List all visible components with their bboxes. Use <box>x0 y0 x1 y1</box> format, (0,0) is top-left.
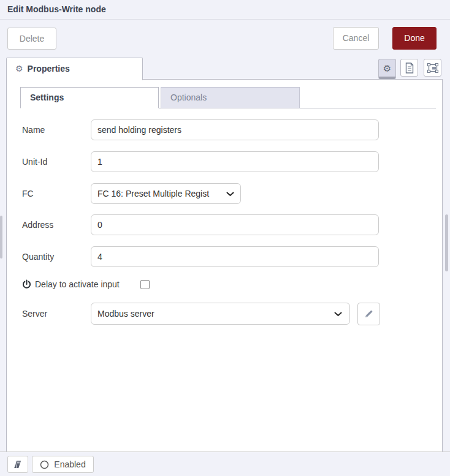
optionals-tab-label: Optionals <box>170 93 207 102</box>
tab-settings[interactable]: Settings <box>20 87 159 108</box>
dialog-footer: Enabled <box>0 451 450 476</box>
fc-label: FC <box>22 189 34 198</box>
address-input[interactable] <box>91 214 379 235</box>
dialog-toolbar: Delete Cancel Done <box>0 20 450 55</box>
quantity-label: Quantity <box>22 252 54 262</box>
book-icon <box>13 459 23 469</box>
cancel-button[interactable]: Cancel <box>333 27 379 50</box>
delete-button[interactable]: Delete <box>7 28 56 50</box>
server-label: Server <box>22 309 47 319</box>
left-scrollbar-thumb[interactable] <box>0 216 2 259</box>
delay-row: Delay to activate input <box>22 278 120 290</box>
fc-select[interactable]: FC 16: Preset Multiple Regist <box>91 183 241 204</box>
appearance-frame-icon <box>427 62 438 74</box>
properties-tab-label: Properties <box>28 64 70 74</box>
status-circle-icon <box>40 460 49 469</box>
name-input[interactable] <box>91 119 379 140</box>
quantity-input[interactable] <box>91 246 379 267</box>
enabled-label: Enabled <box>54 459 85 469</box>
delay-checkbox[interactable] <box>140 280 150 289</box>
gear-icon: ⚙ <box>383 64 391 73</box>
address-label: Address <box>22 220 53 230</box>
node-edit-form: Settings Optionals Name Unit-Id FC FC 16… <box>6 79 443 451</box>
server-selected-option: Modbus server <box>97 309 154 319</box>
edit-server-button[interactable] <box>357 303 380 325</box>
power-icon <box>22 279 31 289</box>
library-button[interactable] <box>7 456 28 473</box>
node-appearance-button[interactable] <box>424 59 441 77</box>
node-description-button[interactable] <box>400 59 418 77</box>
edit-node-dialog: Edit Modbus-Write node Delete Cancel Don… <box>0 0 450 476</box>
name-label: Name <box>22 125 45 135</box>
right-scrollbar-thumb[interactable] <box>445 214 448 271</box>
done-button[interactable]: Done <box>392 27 437 50</box>
delay-label: Delay to activate input <box>35 279 120 289</box>
tab-properties[interactable]: ⚙Properties <box>6 58 143 80</box>
enabled-toggle-button[interactable]: Enabled <box>32 456 94 473</box>
dialog-title: Edit Modbus-Write node <box>0 0 450 20</box>
unit-id-input[interactable] <box>91 151 379 172</box>
tab-optionals[interactable]: Optionals <box>161 87 300 108</box>
chevron-down-icon <box>334 312 342 317</box>
right-scrollbar[interactable] <box>443 79 450 451</box>
chevron-down-icon <box>226 192 234 197</box>
document-icon <box>405 62 414 74</box>
fc-selected-option: FC 16: Preset Multiple Regist <box>97 189 209 198</box>
pencil-icon <box>364 309 373 319</box>
server-select[interactable]: Modbus server <box>91 303 350 325</box>
settings-tab-label: Settings <box>30 93 64 102</box>
properties-tab-row: ⚙Properties ⚙ <box>0 55 450 80</box>
gear-icon: ⚙ <box>15 64 23 74</box>
unit-id-label: Unit-Id <box>22 157 47 167</box>
node-settings-button[interactable]: ⚙ <box>378 59 396 79</box>
